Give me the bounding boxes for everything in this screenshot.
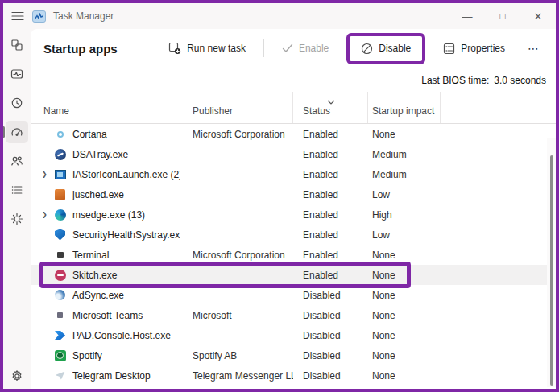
table-row[interactable]: TerminalMicrosoft CorporationEnabledNone	[31, 245, 556, 265]
column-header-publisher[interactable]: Publisher	[180, 92, 293, 123]
publisher-cell: Spotify AB	[180, 350, 293, 361]
expand-chevron-icon[interactable]: ❯	[42, 171, 54, 178]
startup-impact-cell: None	[368, 250, 441, 261]
skitch-icon	[55, 270, 66, 281]
row-icon-wrap	[54, 349, 66, 361]
maximize-button[interactable]: □	[485, 3, 520, 29]
column-header-name[interactable]: Name	[31, 92, 180, 123]
name-cell: jusched.exe	[31, 188, 180, 200]
titlebar: Task Manager — □ ✕	[3, 3, 556, 29]
status-cell: Enabled	[293, 270, 368, 281]
expand-chevron-icon[interactable]: ❯	[42, 211, 54, 218]
dsatray-icon	[55, 149, 66, 160]
name-cell: Cortana	[31, 128, 180, 140]
pad-icon	[55, 331, 65, 340]
sidebar-item-details[interactable]	[6, 179, 28, 201]
name-cell: Microsoft Teams	[31, 309, 180, 321]
properties-icon	[443, 43, 455, 55]
startup-impact-cell: None	[368, 129, 441, 140]
table-row[interactable]: CortanaMicrosoft CorporationEnabledNone	[31, 124, 556, 144]
column-header-startup-impact[interactable]: Startup impact	[368, 92, 441, 123]
sidebar-item-startup-apps[interactable]	[6, 121, 28, 143]
hamburger-menu-icon[interactable]	[3, 10, 32, 22]
main-content: Startup apps Run new task Enable	[31, 29, 556, 389]
table-row[interactable]: Telegram DesktopTelegram Messenger LLPDi…	[31, 365, 556, 386]
app-name: Spotify	[72, 350, 102, 361]
sidebar-item-processes[interactable]	[6, 34, 28, 56]
startup-impact-cell: None	[368, 370, 441, 382]
startup-apps-icon	[10, 126, 23, 138]
iastor-icon	[55, 170, 66, 179]
status-cell: Disabled	[293, 370, 368, 382]
sidebar-item-performance[interactable]	[6, 63, 28, 85]
checkmark-icon	[282, 43, 293, 53]
status-cell: Enabled	[293, 250, 368, 261]
last-bios-time-value: 3.0 seconds	[494, 75, 546, 86]
name-cell: AdSync.exe	[31, 289, 180, 301]
msedge-icon	[55, 209, 66, 221]
settings-icon	[10, 369, 23, 382]
toolbar: Run new task Enable Disable	[162, 33, 545, 64]
sort-chevron-icon	[327, 96, 335, 107]
table-row[interactable]: ❯IAStorIconLaunch.exe (2)EnabledMedium	[31, 164, 556, 184]
disable-label: Disable	[379, 43, 411, 54]
publisher-cell: Microsoft Corporation	[180, 129, 293, 140]
toolbar-divider	[263, 39, 264, 57]
table-row[interactable]: DSATray.exeEnabledMedium	[31, 144, 556, 164]
column-header-status[interactable]: Status	[293, 92, 368, 123]
disable-button[interactable]: Disable	[354, 39, 417, 59]
close-button[interactable]: ✕	[520, 3, 556, 29]
sidebar-item-settings[interactable]	[6, 365, 28, 387]
name-cell: Terminal	[31, 249, 180, 261]
disable-highlight-box: Disable	[346, 33, 425, 64]
teams-icon	[57, 312, 63, 318]
row-icon-wrap	[54, 229, 66, 241]
name-cell: Skitch.exe	[31, 269, 180, 281]
table-row[interactable]: PAD.Console.Host.exeDisabledNone	[31, 325, 556, 345]
row-icon-wrap	[54, 208, 66, 221]
sidebar-item-app-history[interactable]	[6, 92, 28, 114]
status-cell: Disabled	[293, 330, 368, 341]
name-cell: PAD.Console.Host.exe	[31, 329, 180, 341]
app-name: msedge.exe (13)	[72, 209, 145, 221]
table-row[interactable]: Microsoft TeamsMicrosoftDisabledNone	[31, 305, 556, 325]
run-new-task-button[interactable]: Run new task	[162, 38, 252, 59]
startup-impact-cell: Low	[368, 229, 441, 241]
disable-icon	[361, 43, 373, 55]
table-row[interactable]: SpotifySpotify ABDisabledNone	[31, 345, 556, 365]
page-header: Startup apps Run new task Enable	[31, 29, 556, 68]
publisher-cell: Telegram Messenger LLP	[180, 370, 293, 382]
page-title: Startup apps	[43, 42, 118, 56]
performance-icon	[10, 68, 23, 80]
sidebar-item-users[interactable]	[6, 150, 28, 172]
more-options-button[interactable]: ⋯	[523, 39, 545, 58]
sidebar-item-services[interactable]	[6, 208, 28, 230]
app-name: Skitch.exe	[72, 270, 117, 281]
startup-impact-cell: None	[368, 350, 441, 361]
name-cell: ❯msedge.exe (13)	[31, 208, 180, 221]
scrollbar-thumb[interactable]	[550, 155, 553, 386]
processes-icon	[10, 39, 23, 52]
row-icon-wrap	[54, 289, 66, 301]
scrollbar-track[interactable]	[547, 138, 556, 387]
name-cell: Spotify	[31, 349, 180, 361]
terminal-icon	[57, 252, 64, 258]
table-row[interactable]: Skitch.exeEnabledNone	[31, 265, 556, 285]
startup-apps-table-body: CortanaMicrosoft CorporationEnabledNoneD…	[31, 124, 556, 389]
row-icon-wrap	[54, 369, 66, 382]
table-row[interactable]: ❯msedge.exe (13)EnabledHigh	[31, 204, 556, 225]
table-row[interactable]: SecurityHealthSystray.exeEnabledLow	[31, 225, 556, 245]
startup-impact-cell: None	[368, 310, 441, 321]
enable-button[interactable]: Enable	[275, 39, 335, 58]
services-icon	[10, 213, 23, 225]
table-row[interactable]: AdSync.exeDisabledNone	[31, 285, 556, 305]
row-icon-wrap	[54, 249, 66, 261]
table-row[interactable]: jusched.exeEnabledLow	[31, 184, 556, 204]
startup-impact-cell: None	[368, 290, 441, 301]
minimize-button[interactable]: —	[449, 3, 485, 29]
status-cell: Enabled	[293, 229, 368, 241]
app-name: jusched.exe	[72, 189, 124, 200]
properties-button[interactable]: Properties	[437, 39, 511, 59]
properties-label: Properties	[461, 43, 505, 54]
cortana-icon	[57, 131, 64, 138]
